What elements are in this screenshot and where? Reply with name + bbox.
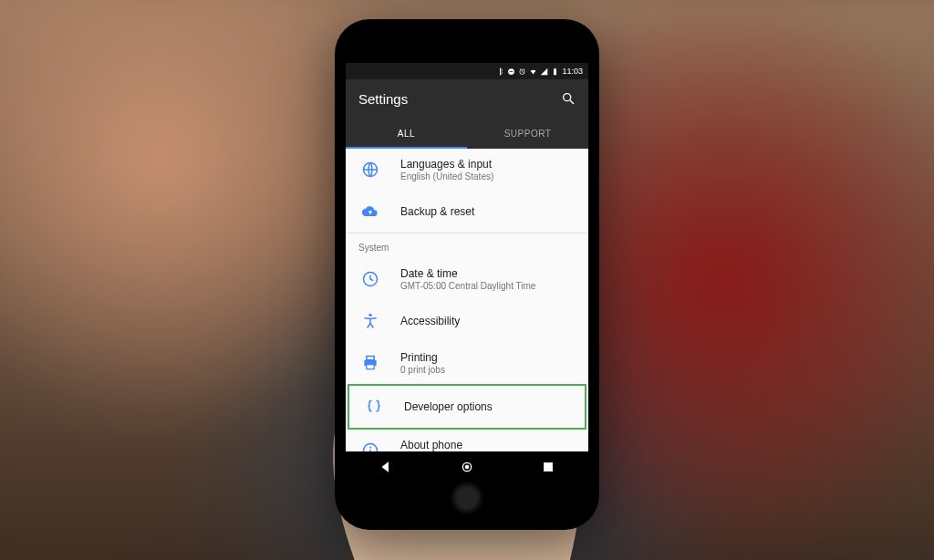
tabs: ALL SUPPORT (346, 118, 588, 149)
svg-rect-11 (367, 357, 374, 360)
item-developer-options[interactable]: Developer options (348, 384, 586, 430)
status-bar: 11:03 (346, 63, 588, 79)
section-header-system: System (346, 233, 588, 258)
svg-point-6 (564, 94, 571, 101)
accessibility-icon (358, 309, 382, 333)
alarm-icon (518, 67, 526, 76)
item-title: Developer options (404, 400, 493, 413)
item-title: About phone (400, 439, 462, 451)
dnd-icon (507, 67, 515, 76)
signal-icon (540, 67, 548, 76)
wifi-icon (529, 67, 537, 76)
svg-rect-5 (555, 67, 556, 68)
home-button[interactable] (450, 481, 484, 515)
braces-icon (362, 395, 386, 419)
nav-back-icon[interactable] (379, 460, 393, 474)
item-backup-reset[interactable]: Backup & reset (346, 191, 588, 233)
navigation-bar (346, 451, 588, 482)
info-icon (358, 439, 382, 451)
svg-point-18 (465, 465, 469, 469)
svg-rect-19 (544, 462, 552, 471)
search-icon[interactable] (561, 91, 576, 106)
svg-rect-4 (554, 68, 556, 75)
item-subtitle: 0 print jobs (400, 365, 445, 375)
phone-frame: 11:03 Settings ALL SUPPORT Languages & i… (335, 19, 599, 530)
globe-icon (358, 158, 382, 181)
printer-icon (358, 351, 382, 375)
item-date-time[interactable]: Date & time GMT-05:00 Central Daylight T… (346, 258, 588, 300)
item-title: Languages & input (400, 158, 493, 171)
item-accessibility[interactable]: Accessibility (346, 300, 588, 342)
nav-home-icon[interactable] (460, 460, 474, 474)
battery-icon (551, 67, 559, 76)
item-languages-input[interactable]: Languages & input English (United States… (346, 149, 588, 191)
app-bar: Settings (346, 79, 588, 118)
item-title: Printing (400, 351, 445, 364)
clock-icon (358, 267, 382, 291)
tab-all[interactable]: ALL (346, 118, 467, 149)
item-title: Backup & reset (400, 205, 474, 218)
item-printing[interactable]: Printing 0 print jobs (346, 342, 588, 384)
bluetooth-icon (496, 67, 504, 76)
item-subtitle: GMT-05:00 Central Daylight Time (400, 281, 535, 291)
cloud-upload-icon (358, 200, 382, 223)
svg-point-15 (369, 447, 371, 449)
item-subtitle: English (United States) (400, 171, 493, 181)
settings-list[interactable]: Languages & input English (United States… (346, 149, 588, 451)
tab-support[interactable]: SUPPORT (467, 118, 588, 149)
item-title: Date & time (400, 267, 535, 280)
tab-support-label: SUPPORT (504, 129, 552, 139)
svg-line-7 (570, 100, 574, 104)
svg-rect-2 (510, 71, 514, 72)
tab-all-label: ALL (398, 129, 415, 139)
status-time: 11:03 (562, 67, 583, 76)
item-about-phone[interactable]: About phone Android 7.1.1 (346, 430, 588, 451)
svg-rect-13 (367, 365, 374, 369)
page-title: Settings (358, 91, 408, 107)
svg-point-10 (368, 314, 371, 316)
item-title: Accessibility (400, 315, 460, 327)
nav-recents-icon[interactable] (541, 460, 555, 474)
phone-screen: 11:03 Settings ALL SUPPORT Languages & i… (346, 63, 588, 482)
